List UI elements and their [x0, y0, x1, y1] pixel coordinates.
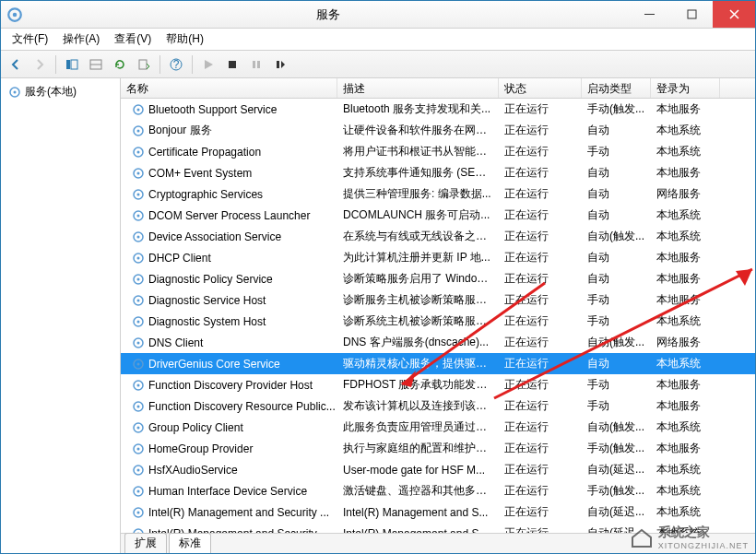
service-row[interactable]: Diagnostic Policy Service诊断策略服务启用了 Windo…	[121, 268, 755, 289]
watermark-url: XITONGZHIJIA.NET	[658, 541, 749, 550]
service-row[interactable]: Function Discovery Resource Public...发布该…	[121, 395, 755, 417]
service-status: 正在运行	[499, 441, 582, 456]
help-button[interactable]: ?	[165, 53, 187, 76]
export-list-button[interactable]	[133, 53, 155, 76]
minimize-button[interactable]	[628, 1, 670, 28]
service-row[interactable]: HomeGroup Provider执行与家庭组的配置和维护相...正在运行手动…	[121, 438, 755, 459]
service-row[interactable]: Function Discovery Provider HostFDPHOST …	[121, 374, 755, 395]
gear-icon	[132, 379, 145, 392]
service-row[interactable]: HsfXAudioServiceUser-mode gate for HSF M…	[121, 459, 755, 480]
service-row[interactable]: DriverGenius Core Service驱动精灵核心服务，提供驱动..…	[121, 353, 755, 374]
service-startup: 手动	[582, 313, 651, 329]
menu-view[interactable]: 查看(V)	[107, 31, 159, 47]
service-row[interactable]: DNS ClientDNS 客户端服务(dnscache)...正在运行自动(触…	[121, 332, 755, 353]
svg-rect-5	[71, 60, 77, 69]
svg-point-52	[137, 468, 140, 471]
service-row[interactable]: COM+ Event System支持系统事件通知服务 (SENS...正在运行…	[121, 162, 755, 183]
service-row[interactable]: Diagnostic System Host诊断系统主机被诊断策略服务...正在…	[121, 311, 755, 332]
services-list[interactable]: Bluetooth Support ServiceBluetooth 服务支持发…	[121, 99, 755, 533]
svg-point-30	[137, 235, 140, 238]
service-status: 正在运行	[499, 313, 582, 329]
restart-service-button[interactable]	[269, 53, 291, 76]
column-header-description[interactable]: 描述	[337, 78, 499, 98]
tab-extended[interactable]: 扩展	[124, 533, 167, 553]
svg-point-44	[137, 383, 140, 386]
service-description: 让硬件设备和软件服务在网络...	[337, 123, 499, 138]
service-description: 支持系统事件通知服务 (SENS...	[337, 165, 499, 181]
stop-service-button[interactable]	[221, 53, 243, 76]
service-logon: 网络服务	[651, 186, 720, 202]
service-name: Intel(R) Management and Security ...	[148, 527, 329, 534]
service-startup: 手动(触发...	[582, 441, 651, 456]
maximize-button[interactable]	[670, 1, 713, 28]
pause-service-button[interactable]	[245, 53, 267, 76]
services-app-icon	[6, 6, 23, 23]
list-header: 名称 描述 状态 启动类型 登录为	[121, 78, 755, 99]
service-row[interactable]: DHCP Client为此计算机注册并更新 IP 地...正在运行自动本地服务	[121, 247, 755, 268]
gear-icon	[132, 273, 145, 286]
service-description: 为此计算机注册并更新 IP 地...	[337, 250, 499, 265]
titlebar: 服务	[1, 1, 755, 29]
service-description: 发布该计算机以及连接到该计...	[337, 398, 499, 414]
service-row[interactable]: Cryptographic Services提供三种管理服务: 编录数据...正…	[121, 183, 755, 205]
service-name: HsfXAudioService	[148, 464, 238, 477]
service-startup: 自动	[582, 250, 651, 265]
sidebar-item-services-local[interactable]: 服务(本地)	[5, 82, 116, 101]
column-header-name[interactable]: 名称	[121, 78, 337, 98]
svg-rect-4	[66, 60, 70, 69]
service-logon: 本地系统	[651, 419, 720, 435]
svg-point-32	[137, 256, 140, 259]
service-row[interactable]: Group Policy Client此服务负责应用管理员通过组...正在运行自…	[121, 417, 755, 438]
service-row[interactable]: DCOM Server Process LauncherDCOMLAUNCH 服…	[121, 205, 755, 226]
service-status: 正在运行	[499, 398, 582, 414]
service-name: Function Discovery Provider Host	[148, 379, 313, 392]
column-header-logon[interactable]: 登录为	[651, 78, 720, 98]
service-name: Diagnostic Service Host	[148, 294, 266, 307]
service-row[interactable]: Bluetooth Support ServiceBluetooth 服务支持发…	[121, 99, 755, 120]
show-hide-tree-button[interactable]	[61, 53, 83, 76]
service-status: 正在运行	[499, 186, 582, 202]
menu-help[interactable]: 帮助(H)	[159, 31, 211, 47]
gear-icon	[132, 188, 145, 201]
service-row[interactable]: Diagnostic Service Host诊断服务主机被诊断策略服务...正…	[121, 289, 755, 311]
service-startup: 自动	[582, 123, 651, 138]
menu-action[interactable]: 操作(A)	[55, 31, 107, 47]
nav-forward-button[interactable]	[29, 53, 51, 76]
service-logon: 本地服务	[651, 165, 720, 181]
service-logon: 本地系统	[651, 462, 720, 477]
nav-back-button[interactable]	[5, 53, 27, 76]
svg-point-56	[137, 511, 140, 513]
service-row[interactable]: Certificate Propagation将用户证书和根证书从智能卡...正…	[121, 141, 755, 162]
refresh-button[interactable]	[109, 53, 131, 76]
column-header-status[interactable]: 状态	[499, 78, 582, 98]
tab-standard[interactable]: 标准	[169, 533, 211, 553]
service-name: DriverGenius Core Service	[148, 358, 280, 371]
service-logon: 本地服务	[651, 292, 720, 308]
service-row[interactable]: Device Association Service在系统与有线或无线设备之间.…	[121, 226, 755, 247]
menu-file[interactable]: 文件(F)	[5, 31, 55, 47]
svg-point-20	[137, 129, 140, 132]
service-startup: 自动(延迟...	[582, 504, 651, 520]
service-description: Intel(R) Management and S...	[337, 527, 499, 534]
svg-point-16	[14, 90, 17, 93]
service-description: 此服务负责应用管理员通过组...	[337, 419, 499, 435]
service-status: 正在运行	[499, 504, 582, 520]
service-name: HomeGroup Provider	[148, 442, 253, 455]
gear-icon	[132, 400, 145, 413]
start-service-button[interactable]	[197, 53, 219, 76]
service-description: 诊断系统主机被诊断策略服务...	[337, 313, 499, 329]
close-button[interactable]	[713, 1, 755, 28]
details-pane-button[interactable]	[85, 53, 107, 76]
service-status: 正在运行	[499, 525, 582, 533]
service-name: Cryptographic Services	[148, 188, 263, 201]
column-header-startup[interactable]: 启动类型	[582, 78, 651, 98]
gear-icon	[8, 86, 21, 99]
toolbar: ?	[1, 51, 755, 78]
service-row[interactable]: Intel(R) Management and Security ...Inte…	[121, 501, 755, 523]
service-logon: 本地系统	[651, 144, 720, 159]
svg-rect-8	[139, 60, 147, 69]
service-row[interactable]: Bonjour 服务让硬件设备和软件服务在网络...正在运行自动本地系统	[121, 120, 755, 141]
service-startup: 手动(触发...	[582, 101, 651, 117]
service-row[interactable]: Human Interface Device Service激活键盘、遥控器和其…	[121, 480, 755, 501]
svg-rect-13	[257, 61, 260, 68]
